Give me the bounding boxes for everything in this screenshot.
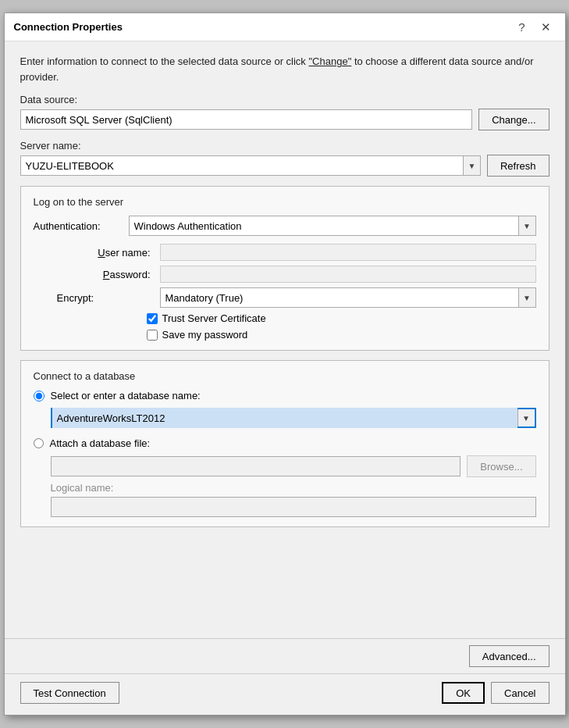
credentials-grid: User name: Password: <box>34 244 536 283</box>
auth-select[interactable]: ▼ <box>129 216 536 236</box>
logon-section: Log on to the server Authentication: ▼ U… <box>20 186 549 351</box>
select-db-label[interactable]: Select or enter a database name: <box>51 390 201 401</box>
data-source-input[interactable] <box>20 109 473 130</box>
username-label: User name: <box>57 247 151 259</box>
intro-change: "Change" <box>308 55 351 67</box>
attach-db-radio-row: Attach a database file: <box>34 437 536 449</box>
dialog-title: Connection Properties <box>14 21 123 33</box>
auth-row: Authentication: ▼ <box>34 216 536 236</box>
attach-file-row: Browse... <box>34 455 536 477</box>
attach-db-label[interactable]: Attach a database file: <box>50 437 151 449</box>
browse-button[interactable]: Browse... <box>467 455 535 477</box>
logical-name-row: Logical name: <box>34 482 536 517</box>
database-section-title: Connect to a database <box>34 370 536 382</box>
password-label: Password: <box>57 269 151 280</box>
username-input[interactable] <box>160 244 536 261</box>
password-input[interactable] <box>160 266 536 283</box>
close-button[interactable]: ✕ <box>536 20 556 34</box>
dialog-body: Enter information to connect to the sele… <box>5 41 565 638</box>
cancel-button[interactable]: Cancel <box>491 682 549 704</box>
intro-before: Enter information to connect to the sele… <box>20 55 309 67</box>
auth-input[interactable] <box>130 216 518 236</box>
server-name-combo[interactable]: ▼ <box>20 155 481 176</box>
server-name-input[interactable] <box>21 155 463 176</box>
save-password-label[interactable]: Save my password <box>162 329 248 341</box>
connection-properties-dialog: Connection Properties ? ✕ Enter informat… <box>4 12 566 716</box>
save-password-checkbox[interactable] <box>147 330 158 341</box>
database-name-dropdown-arrow[interactable]: ▼ <box>517 409 535 426</box>
advanced-button[interactable]: Advanced... <box>469 645 549 667</box>
trust-cert-checkbox[interactable] <box>147 313 158 324</box>
server-name-dropdown-arrow[interactable]: ▼ <box>463 156 480 175</box>
logical-name-label: Logical name: <box>51 482 536 494</box>
database-section: Connect to a database Select or enter a … <box>20 360 549 527</box>
attach-db-radio[interactable] <box>34 438 44 448</box>
title-bar: Connection Properties ? ✕ <box>5 13 565 41</box>
intro-text: Enter information to connect to the sele… <box>20 54 549 84</box>
trust-cert-label[interactable]: Trust Server Certificate <box>162 312 266 324</box>
logon-section-title: Log on to the server <box>34 196 536 208</box>
auth-label: Authentication: <box>34 220 119 232</box>
bottom-bar: Test Connection OK Cancel <box>5 673 565 715</box>
server-name-label: Server name: <box>20 140 549 152</box>
save-password-label-text: Save my password <box>162 329 248 341</box>
save-password-row: Save my password <box>34 329 536 341</box>
ok-button[interactable]: OK <box>442 682 485 704</box>
refresh-button[interactable]: Refresh <box>487 155 549 177</box>
select-db-radio-row: Select or enter a database name: <box>34 390 536 401</box>
database-name-combo[interactable]: ▼ <box>51 408 536 428</box>
trust-cert-row: Trust Server Certificate <box>34 312 536 324</box>
test-connection-button[interactable]: Test Connection <box>20 682 119 704</box>
advanced-row: Advanced... <box>5 638 565 673</box>
encrypt-row: Encrypt: ▼ <box>34 287 536 308</box>
select-db-label-text: Select or enter a database name: <box>51 390 201 401</box>
encrypt-input[interactable] <box>161 287 518 308</box>
logical-name-input[interactable] <box>51 497 536 517</box>
encrypt-dropdown-arrow[interactable]: ▼ <box>518 288 535 307</box>
attach-db-label-text: Attach a database file: <box>50 437 151 449</box>
data-source-field: Data source: Change... <box>20 94 549 130</box>
select-db-radio[interactable] <box>34 391 44 401</box>
encrypt-select[interactable]: ▼ <box>160 287 536 308</box>
auth-dropdown-arrow[interactable]: ▼ <box>518 216 535 235</box>
ok-cancel-group: OK Cancel <box>442 682 549 704</box>
data-source-label: Data source: <box>20 94 549 105</box>
encrypt-label: Encrypt: <box>57 292 151 304</box>
server-name-field: Server name: ▼ Refresh <box>20 140 549 177</box>
change-button[interactable]: Change... <box>478 109 549 130</box>
help-button[interactable]: ? <box>514 20 529 34</box>
attach-file-input[interactable] <box>51 456 461 476</box>
database-name-input[interactable] <box>52 408 517 428</box>
